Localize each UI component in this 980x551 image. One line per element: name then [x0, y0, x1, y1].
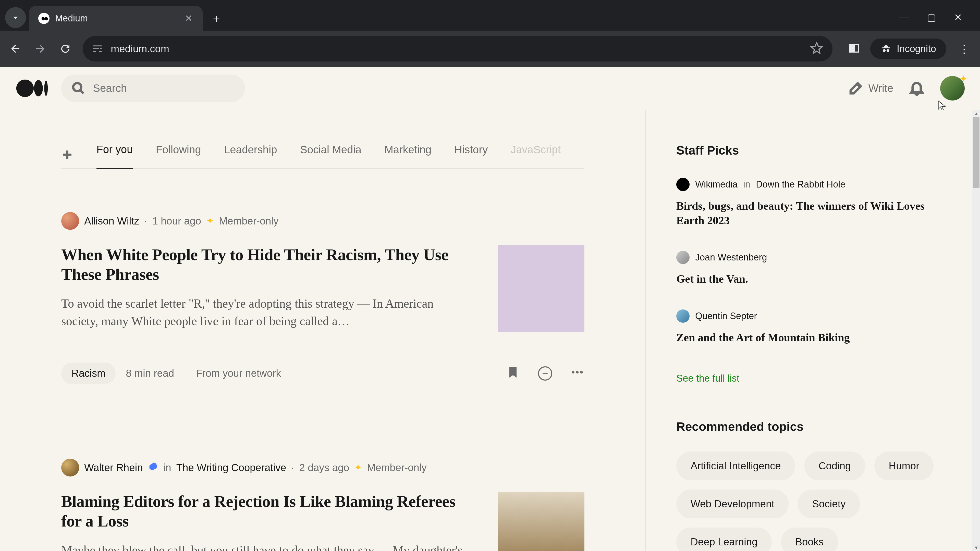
show-less-button[interactable]: − [538, 366, 552, 381]
content-area: For you Following Leadership Social Medi… [0, 110, 980, 551]
topic-chip[interactable]: Books [781, 527, 838, 551]
recommended-topics: Artificial Intelligence Coding Humor Web… [676, 451, 950, 551]
tab-marketing[interactable]: Marketing [384, 144, 431, 168]
scrollbar-down[interactable]: ▾ [972, 545, 980, 551]
pick-title: Birds, bugs, and beauty: The winners of … [676, 199, 950, 228]
write-label: Write [869, 82, 893, 94]
topic-chip[interactable]: Coding [804, 451, 865, 480]
bookmark-article-button[interactable] [506, 365, 520, 382]
svg-point-8 [576, 371, 579, 373]
scrollbar-track[interactable]: ▴ ▾ [972, 110, 980, 551]
back-button[interactable] [8, 41, 23, 56]
staff-pick-item[interactable]: Quentin Septer Zen and the Art of Mounta… [676, 310, 950, 345]
article-thumbnail [498, 245, 584, 332]
svg-point-9 [580, 371, 583, 373]
member-star-icon: ✦ [206, 216, 214, 226]
member-only-label: Member-only [219, 215, 278, 227]
write-icon [848, 81, 863, 96]
article-subtitle: Maybe they blew the call, but you still … [61, 541, 467, 551]
tab-leadership[interactable]: Leadership [224, 144, 277, 168]
svg-line-4 [80, 90, 84, 94]
tabs-dropdown-button[interactable] [5, 7, 26, 28]
article-more-button[interactable] [570, 365, 584, 382]
close-window-button[interactable]: ✕ [954, 12, 962, 23]
member-star-icon: ✦ [354, 462, 362, 473]
bookmark-button[interactable] [810, 41, 823, 56]
maximize-button[interactable]: ▢ [927, 12, 936, 23]
article-byline: Walter Rhein in The Writing Cooperative … [61, 459, 584, 476]
article-source: From your network [196, 368, 281, 379]
incognito-indicator[interactable]: Incognito [870, 38, 946, 59]
pick-title: Zen and the Art of Mountain Biking [676, 330, 950, 345]
tab-for-you[interactable]: For you [97, 143, 133, 168]
search-box[interactable] [61, 75, 245, 102]
pick-author: Wikimedia [695, 179, 738, 190]
topic-chip[interactable]: Deep Learning [676, 527, 772, 551]
tabs-scroll-right[interactable] [562, 144, 584, 159]
new-tab-button[interactable]: ＋ [209, 11, 224, 26]
search-input[interactable] [93, 82, 235, 94]
tab-social-media[interactable]: Social Media [300, 144, 361, 168]
author-avatar[interactable] [61, 212, 79, 230]
more-icon [570, 365, 584, 380]
topic-pill[interactable]: Racism [61, 362, 116, 384]
author-name[interactable]: Allison Wiltz [84, 215, 139, 227]
author-avatar[interactable] [61, 459, 79, 476]
tab-following[interactable]: Following [156, 144, 201, 168]
meta-separator: · [184, 370, 186, 376]
tab-history[interactable]: History [455, 144, 488, 168]
forward-button[interactable] [33, 41, 48, 56]
article-thumbnail [498, 492, 584, 551]
tab-close-button[interactable]: ✕ [182, 11, 195, 25]
scrollbar-thumb[interactable] [973, 117, 980, 188]
staff-pick-item[interactable]: Wikimedia in Down the Rabbit Hole Birds,… [676, 178, 950, 228]
bell-icon [908, 79, 925, 96]
medium-logo-icon [15, 78, 51, 98]
address-bar[interactable]: medium.com [83, 36, 832, 62]
arrow-left-icon [9, 43, 21, 55]
in-word: in [163, 462, 171, 473]
tab-strip: Medium ✕ ＋ ― ▢ ✕ [0, 0, 980, 30]
arrow-right-icon [34, 43, 46, 55]
article-body[interactable]: Blaming Editors for a Rejection Is Like … [61, 492, 584, 551]
mouse-cursor [937, 100, 947, 110]
pick-author: Joan Westenberg [695, 252, 767, 263]
staff-pick-item[interactable]: Joan Westenberg Get in the Van. [676, 251, 950, 286]
topic-chip[interactable]: Society [798, 489, 860, 518]
page-body: Write For you Following Leadership Socia… [0, 67, 980, 551]
side-panel-button[interactable] [847, 41, 861, 56]
article-time: 1 hour ago [152, 215, 201, 227]
topic-chip[interactable]: Web Development [676, 489, 789, 518]
author-name[interactable]: Walter Rhein [84, 462, 143, 473]
toolbar-right: Incognito ⋮ [842, 38, 972, 59]
minimize-button[interactable]: ― [899, 12, 909, 23]
article-byline: Allison Wiltz · 1 hour ago ✦ Member-only [61, 212, 584, 230]
scrollbar-up[interactable]: ▴ [972, 110, 980, 117]
chrome-menu-button[interactable]: ⋮ [956, 42, 972, 56]
svg-point-1 [34, 80, 43, 97]
article-card: Walter Rhein in The Writing Cooperative … [61, 415, 584, 551]
svg-point-2 [44, 81, 48, 96]
byline-separator: · [145, 215, 147, 227]
reload-icon [59, 43, 72, 55]
medium-logo[interactable] [15, 78, 51, 98]
add-topic-button[interactable] [61, 148, 73, 163]
article-title: Blaming Editors for a Rejection Is Like … [61, 492, 467, 531]
see-full-list-link[interactable]: See the full list [676, 373, 739, 384]
header-right: Write [848, 76, 965, 100]
topic-chip[interactable]: Humor [874, 451, 934, 480]
article-body[interactable]: When White People Try to Hide Their Raci… [61, 245, 584, 332]
site-info-button[interactable] [92, 43, 103, 54]
topic-chip[interactable]: Artificial Intelligence [676, 451, 795, 480]
app-header: Write [0, 67, 980, 110]
reload-button[interactable] [58, 41, 73, 56]
staff-picks-heading: Staff Picks [676, 143, 950, 157]
browser-tab[interactable]: Medium ✕ [29, 6, 203, 30]
write-button[interactable]: Write [848, 81, 893, 96]
publication-name[interactable]: The Writing Cooperative [177, 462, 286, 473]
article-time: 2 days ago [299, 462, 349, 473]
notifications-button[interactable] [908, 79, 925, 97]
svg-point-0 [16, 79, 34, 97]
tab-javascript[interactable]: JavaScript [511, 144, 561, 168]
profile-avatar[interactable] [940, 76, 965, 100]
